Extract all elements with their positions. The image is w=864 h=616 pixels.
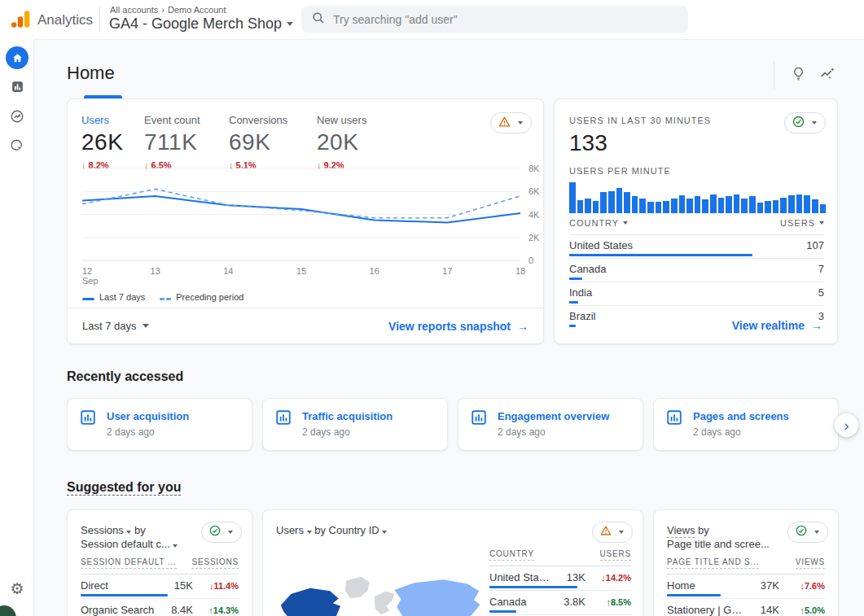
breadcrumb[interactable]: All accounts › Demo Account [110,5,226,15]
property-switcher[interactable]: GA4 - Google Merch Shop [109,15,293,33]
minute-bar [569,182,576,213]
users-column-sort[interactable]: USERS [780,218,824,228]
table-row: Canada 3.8K ↑8.5% [489,590,631,614]
country-column-sort[interactable]: COUNTRY [569,218,628,228]
svg-text:17: 17 [442,266,452,276]
active-metric-tab-indicator [84,95,122,98]
minute-bar [820,204,827,213]
minute-bar [765,201,771,213]
minute-bar [593,201,599,213]
metric-tab-users[interactable]: Users 26K ↓ 8.2% [81,114,144,170]
chevron-down-icon [173,544,178,548]
chevron-down-icon [619,531,624,534]
breadcrumb-demo-account[interactable]: Demo Account [168,5,226,15]
breadcrumb-all-accounts[interactable]: All accounts [110,5,158,15]
metric-tab-event-count[interactable]: Event count 711K ↓ 6.5% [144,114,229,170]
users-per-minute-label: USERS PER MINUTE [569,166,671,176]
column-header[interactable]: VIEWS [796,557,825,569]
nav-reports-button[interactable] [0,80,34,97]
table-row: Canada7 [569,258,824,282]
users-trend-chart: 02K4K6K8K12Sep131415161718 [81,164,545,286]
minute-bar [686,199,693,213]
insights-lightbulb-button[interactable] [791,66,806,85]
top-app-bar: Analytics All accounts › Demo Account GA… [0,0,864,39]
metric-tab-new-users[interactable]: New users 20K ↓ 9.2% [317,114,414,170]
minute-bar [718,198,725,213]
realtime-card: USERS IN LAST 30 MINUTES 133 USERS PER M… [554,98,838,344]
chart-legend: Last 7 days Preceding period [82,292,243,302]
column-header[interactable]: SESSIONS [191,557,239,569]
column-header[interactable]: USERS [600,549,631,561]
view-reports-snapshot-link[interactable]: View reports snapshot→ [388,320,528,333]
check-circle-icon [795,524,808,540]
search-bar[interactable] [301,6,688,33]
card-status-button[interactable] [592,522,633,543]
search-input[interactable] [333,13,678,26]
analytics-brand[interactable]: Analytics [10,8,93,33]
map-asia-russia [394,579,480,616]
minute-bar [757,203,764,213]
main-content: Home Users 26K ↓ 8.2% Event count [34,39,864,616]
analytics-intelligence-button[interactable] [819,65,836,85]
date-range-selector[interactable]: Last 7 days [82,320,149,332]
column-header[interactable]: COUNTRY [489,549,534,561]
minute-bar [663,201,669,213]
svg-text:14: 14 [223,266,233,276]
minute-bar [702,199,708,213]
recent-card-user-acquisition[interactable]: User acquisition 2 days ago [67,398,252,451]
svg-text:Sep: Sep [82,276,99,286]
reports-icon [11,80,24,97]
recent-card-pages-and-screens[interactable]: Pages and screens 2 days ago [653,398,839,451]
column-header[interactable]: SESSION DEFAULT ... [81,557,177,569]
data-quality-warning-button[interactable] [490,112,532,133]
dashed-line-swatch [160,298,171,300]
card-status-button[interactable] [201,522,242,543]
svg-text:16: 16 [370,266,379,276]
card-status-button[interactable] [787,522,828,543]
chevron-down-icon [812,121,817,125]
home-icon [6,46,29,69]
report-icon [79,408,97,430]
chevron-down-icon [287,22,293,26]
svg-text:0: 0 [528,256,533,265]
carousel-next-button[interactable]: › [835,413,858,437]
warning-triangle-icon [599,524,612,540]
report-icon [665,408,683,430]
table-row: India5 [569,282,824,305]
value-bar [667,594,721,596]
search-icon [311,11,325,28]
users-last-30min-value: 133 [569,130,607,156]
view-realtime-link[interactable]: View realtime→ [732,319,822,332]
minute-bar [780,198,787,213]
minute-bar [695,196,701,213]
recent-card-traffic-acquisition[interactable]: Traffic acquisition 2 days ago [262,398,448,451]
chevron-down-icon [819,221,824,225]
report-icon [274,408,292,430]
nav-home-button[interactable] [0,46,34,69]
check-circle-icon [792,115,805,132]
nav-explore-button[interactable] [0,109,34,127]
chevron-down-icon [228,531,233,534]
minute-bar [585,199,591,213]
svg-text:6K: 6K [528,186,540,196]
realtime-title: USERS IN LAST 30 MINUTES [569,116,711,125]
minute-bar [796,194,803,213]
minute-bar [734,194,740,213]
svg-text:4K: 4K [528,210,540,220]
chevron-down-icon [382,531,387,534]
suggested-card-views: Views by Page title and scree... PAGE TI… [653,509,839,616]
table-row: Stationery | Google ... 14K ↑5.0% [667,598,825,616]
header-divider [99,7,100,33]
metric-tab-conversions[interactable]: Conversions 69K ↓ 5.1% [229,114,317,170]
value-bar [489,586,577,588]
svg-text:18: 18 [515,266,525,276]
admin-settings-button[interactable]: ⚙ [0,579,34,598]
users-per-minute-bar-chart [569,181,826,213]
column-header[interactable]: PAGE TITLE AND S... [667,557,759,569]
minute-bar [773,200,779,213]
card-title[interactable]: Users by Country ID [276,523,629,537]
realtime-status-button[interactable] [784,112,826,133]
nav-advertising-button[interactable] [0,138,34,156]
recent-card-engagement-overview[interactable]: Engagement overview 2 days ago [458,398,643,451]
minute-bar [608,191,615,213]
